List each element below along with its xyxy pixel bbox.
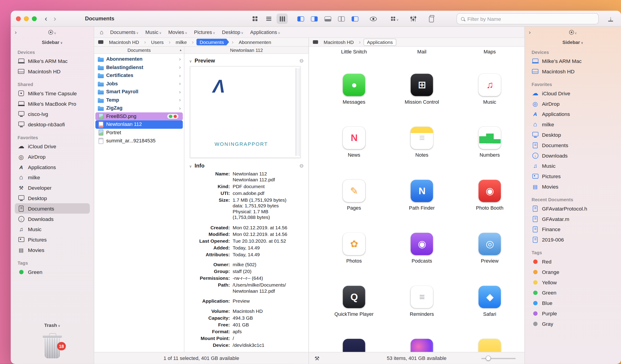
- tag-item[interactable]: Green: [15, 267, 90, 277]
- sidebar-item[interactable]: Downloads: [15, 214, 90, 224]
- split-right-pane-button[interactable]: [309, 14, 320, 24]
- app-item[interactable]: ✿ Photos: [320, 233, 388, 286]
- file-row[interactable]: Abonnementen ›: [95, 55, 183, 63]
- sidebar-item[interactable]: Documents: [15, 203, 90, 214]
- recent-document-item[interactable]: GFAvatar.m: [529, 214, 617, 224]
- section-menu-icon[interactable]: [299, 58, 304, 63]
- back-button[interactable]: ‹: [45, 15, 47, 22]
- sidebar-item[interactable]: Music: [15, 224, 90, 235]
- file-row[interactable]: Jobs ›: [95, 79, 183, 88]
- list-view-button[interactable]: [263, 14, 274, 24]
- sidebar-item[interactable]: Documents: [529, 140, 617, 150]
- app-item-partial[interactable]: [320, 339, 388, 352]
- app-icon[interactable]: ✎: [343, 180, 365, 202]
- sidebar-item[interactable]: Applications: [15, 162, 90, 172]
- tools-icon[interactable]: [315, 355, 320, 361]
- app-icon[interactable]: ◆: [479, 286, 501, 308]
- sidebar-module-picker[interactable]: [48, 29, 56, 36]
- sidebar-module-picker[interactable]: [569, 29, 577, 36]
- close-button[interactable]: [16, 16, 21, 21]
- sidebar-item[interactable]: Applications: [529, 109, 617, 119]
- breadcrumb-item[interactable]: milke: [173, 39, 196, 45]
- preview-section-header[interactable]: Preview: [189, 58, 304, 63]
- app-label[interactable]: Maps: [456, 49, 524, 55]
- sidebar-item[interactable]: cisco-lvg: [15, 109, 90, 119]
- app-item[interactable]: Q QuickTime Player: [320, 286, 388, 339]
- app-icon[interactable]: ◉: [479, 180, 501, 202]
- recent-document-item[interactable]: GFAvatarProtocol.h: [529, 203, 617, 214]
- sidebar-item[interactable]: iCloud Drive: [529, 88, 617, 98]
- sidebar-item[interactable]: Macintosh HD: [15, 66, 90, 77]
- app-item[interactable]: ✎ Pages: [320, 180, 388, 233]
- app-icon[interactable]: [411, 339, 433, 352]
- breadcrumb-item[interactable]: Abonnementen: [236, 39, 274, 45]
- favorites-bar-item[interactable]: Documents: [110, 29, 138, 35]
- tag-item[interactable]: Green: [529, 287, 617, 298]
- app-icon[interactable]: ◎: [479, 233, 501, 255]
- clipboard-button[interactable]: [426, 14, 437, 24]
- app-icon[interactable]: ≡: [411, 286, 433, 308]
- app-item[interactable]: ♫ Music: [456, 74, 524, 127]
- sidebar-item[interactable]: Movies: [15, 245, 90, 255]
- app-item[interactable]: ◆ Safari: [456, 286, 524, 339]
- disclosure-icon[interactable]: [189, 162, 192, 168]
- left-sidebar-header[interactable]: Sidebar: [11, 38, 94, 47]
- app-icon[interactable]: ▅▇▃: [479, 127, 501, 149]
- show-hidden-files-button[interactable]: [368, 14, 379, 24]
- sidebar-item[interactable]: Milke's Time Capsule: [15, 88, 90, 98]
- app-item[interactable]: ● Messages: [320, 74, 388, 127]
- file-row[interactable]: Newtonlaan 112: [95, 120, 183, 128]
- breadcrumb-item[interactable]: Applications: [363, 38, 397, 46]
- right-sidebar-header[interactable]: Sidebar: [525, 38, 621, 47]
- app-item-partial[interactable]: [456, 339, 524, 352]
- tag-item[interactable]: Orange: [529, 267, 617, 277]
- file-row[interactable]: ZigZag ›: [95, 104, 183, 112]
- sidebar-item[interactable]: milke: [15, 172, 90, 183]
- tag-item[interactable]: Yellow: [529, 277, 617, 287]
- app-icon[interactable]: [479, 339, 501, 352]
- tag-item[interactable]: Red: [529, 256, 617, 267]
- app-icon[interactable]: [343, 339, 365, 352]
- app-icon[interactable]: Q: [343, 286, 365, 308]
- app-icon[interactable]: ⊞: [411, 74, 433, 96]
- sidebar-item[interactable]: milke: [529, 119, 617, 130]
- breadcrumb-item[interactable]: Macintosh HD: [106, 39, 149, 45]
- sidebar-item[interactable]: Desktop: [15, 193, 90, 203]
- app-item[interactable]: N Path Finder: [388, 180, 456, 233]
- dual-pane-button[interactable]: [336, 14, 347, 24]
- file-row[interactable]: Certificates ›: [95, 71, 183, 79]
- sidebar-item[interactable]: Milke’s ARM Mac: [529, 56, 617, 66]
- app-item[interactable]: ◎ Preview: [456, 233, 524, 286]
- zoom-button[interactable]: [32, 16, 37, 21]
- favorites-bar-item[interactable]: Music: [145, 29, 161, 35]
- app-item[interactable]: ◉ Photo Booth: [456, 180, 524, 233]
- sidebar-item[interactable]: Macintosh HD: [529, 66, 617, 77]
- app-item[interactable]: ⊞ Mission Control: [388, 74, 456, 127]
- grid-view-button[interactable]: [250, 14, 261, 24]
- app-icon[interactable]: ✿: [343, 233, 365, 255]
- file-row[interactable]: Temp ›: [95, 96, 183, 104]
- sidebar-item[interactable]: Pictures: [529, 171, 617, 181]
- tag-item[interactable]: Purple: [529, 308, 617, 318]
- trash-header[interactable]: Trash: [15, 323, 90, 328]
- app-label[interactable]: Little Snitch: [320, 49, 388, 55]
- zoom-slider-knob[interactable]: [486, 355, 491, 361]
- recent-document-item[interactable]: Finance: [529, 224, 617, 235]
- sidebar-item[interactable]: iCloud Drive: [15, 141, 90, 151]
- sort-indicator-icon[interactable]: ▲: [179, 49, 182, 51]
- app-item[interactable]: ▅▇▃ Numbers: [456, 127, 524, 180]
- app-icon[interactable]: ≡: [411, 127, 433, 149]
- forward-button[interactable]: ›: [54, 15, 56, 22]
- app-icon[interactable]: N: [411, 180, 433, 202]
- file-row[interactable]: Smart Payroll ›: [95, 88, 183, 96]
- document-preview[interactable]: WONINGRAPPORT: [190, 66, 301, 158]
- sidebar-item[interactable]: desktop-nb3aofi: [15, 119, 90, 130]
- app-icon[interactable]: N: [343, 127, 365, 149]
- favorites-bar-item[interactable]: Desktop: [222, 29, 243, 35]
- breadcrumb-item[interactable]: Users: [149, 39, 173, 45]
- minimize-button[interactable]: [24, 16, 29, 21]
- file-row[interactable]: Belastingdienst ›: [95, 63, 183, 71]
- collapse-right-sidebar-icon[interactable]: ›: [529, 30, 531, 35]
- app-item[interactable]: ◉ Podcasts: [388, 233, 456, 286]
- tag-item[interactable]: Blue: [529, 298, 617, 308]
